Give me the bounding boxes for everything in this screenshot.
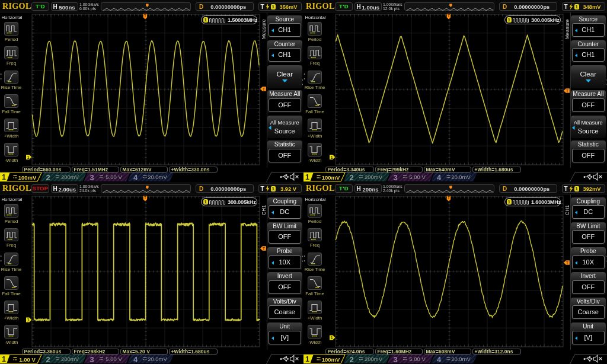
svg-text:T: T (448, 14, 450, 18)
svg-text:4: 4 (437, 173, 442, 182)
svg-text:1: 1 (2, 173, 6, 181)
svg-text:3: 3 (90, 173, 94, 182)
svg-text:3: 3 (393, 355, 397, 364)
svg-text:1: 1 (305, 355, 309, 363)
svg-text:4: 4 (133, 173, 138, 182)
svg-text:200mV: 200mV (365, 174, 383, 180)
svg-text:2: 2 (349, 355, 353, 364)
svg-text:T: T (263, 87, 265, 91)
svg-text:4: 4 (133, 355, 138, 364)
svg-text:20.0mV: 20.0mV (148, 174, 167, 180)
svg-text:3: 3 (393, 173, 397, 182)
svg-text:100mV: 100mV (322, 174, 340, 181)
svg-text:20.0mV: 20.0mV (451, 174, 471, 180)
svg-text:T: T (263, 247, 265, 251)
svg-text:T: T (448, 196, 450, 200)
svg-text:1: 1 (331, 155, 333, 159)
svg-text:T: T (144, 196, 146, 200)
svg-text:2: 2 (46, 173, 50, 182)
svg-text:200mV: 200mV (61, 356, 79, 362)
svg-text:2: 2 (349, 173, 353, 182)
svg-text:5.00 V: 5.00 V (409, 174, 426, 180)
svg-text:1: 1 (305, 173, 309, 181)
svg-text:1: 1 (331, 336, 333, 340)
svg-text:2: 2 (46, 355, 50, 364)
svg-text:T: T (566, 89, 568, 93)
svg-text:1.00 V: 1.00 V (19, 356, 36, 363)
svg-text:20.0mV: 20.0mV (451, 356, 471, 362)
svg-text:4: 4 (437, 355, 442, 364)
svg-text:100mV: 100mV (322, 356, 340, 363)
svg-text:20.0mV: 20.0mV (148, 356, 167, 362)
svg-text:T: T (566, 261, 568, 265)
svg-text:3: 3 (90, 355, 94, 364)
svg-text:1: 1 (2, 355, 6, 363)
svg-text:T: T (144, 14, 146, 18)
svg-text:5.00 V: 5.00 V (106, 356, 122, 362)
svg-text:100mV: 100mV (18, 174, 37, 181)
svg-text:200mV: 200mV (61, 174, 79, 180)
svg-text:5.00 V: 5.00 V (106, 174, 122, 180)
svg-text:5.00 V: 5.00 V (409, 356, 426, 362)
svg-text:1: 1 (27, 155, 30, 159)
svg-text:1: 1 (27, 318, 30, 322)
svg-text:200mV: 200mV (365, 356, 383, 362)
